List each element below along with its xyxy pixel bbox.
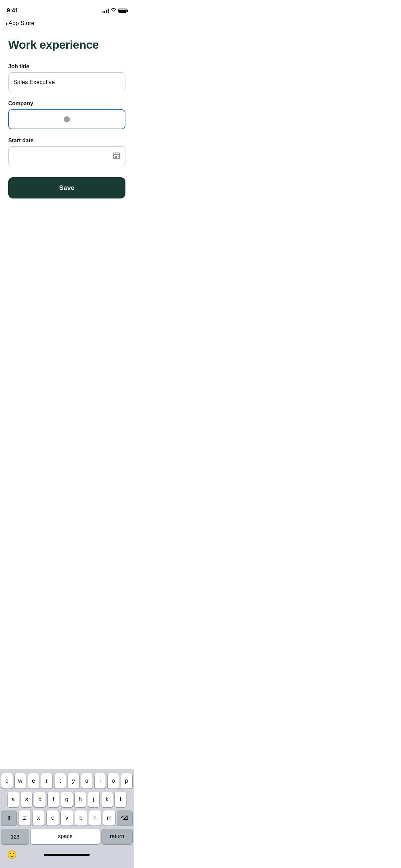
page-title: Work experience bbox=[8, 38, 125, 51]
status-time: 9:41 bbox=[7, 7, 18, 14]
back-button[interactable]: ‹ App Store bbox=[5, 20, 34, 27]
status-icons bbox=[102, 8, 127, 13]
battery-icon bbox=[118, 9, 127, 13]
back-label: App Store bbox=[9, 20, 35, 27]
main-content: Work experience Job title Company Start … bbox=[0, 29, 134, 204]
company-input-wrap bbox=[8, 109, 125, 129]
job-title-group: Job title bbox=[8, 63, 125, 92]
signal-icon bbox=[102, 9, 109, 13]
back-chevron-icon: ‹ bbox=[5, 20, 8, 27]
wifi-icon bbox=[111, 8, 116, 13]
nav-bar: ‹ App Store bbox=[0, 16, 134, 29]
company-label: Company bbox=[8, 100, 125, 107]
start-date-label: Start date bbox=[8, 137, 125, 144]
company-group: Company bbox=[8, 100, 125, 129]
start-date-group: Start date bbox=[8, 137, 125, 166]
status-bar: 9:41 bbox=[0, 0, 134, 16]
save-button[interactable]: Save bbox=[8, 177, 125, 198]
start-date-input[interactable] bbox=[8, 146, 125, 166]
company-input[interactable] bbox=[8, 109, 125, 129]
start-date-input-wrap bbox=[8, 146, 125, 166]
job-title-input[interactable] bbox=[8, 72, 125, 92]
job-title-label: Job title bbox=[8, 63, 125, 70]
